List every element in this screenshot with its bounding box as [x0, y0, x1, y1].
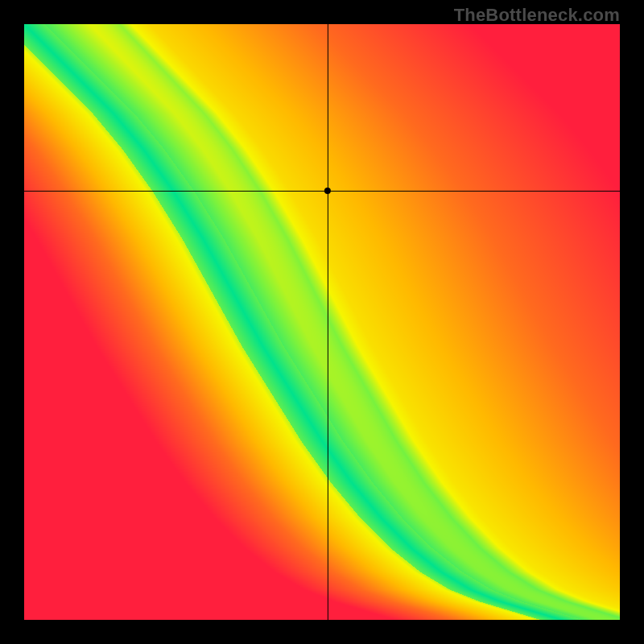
attribution-text: TheBottleneck.com — [454, 5, 620, 26]
chart-frame: TheBottleneck.com — [0, 0, 644, 644]
plot-area — [24, 24, 620, 620]
heatmap-canvas — [24, 24, 620, 620]
